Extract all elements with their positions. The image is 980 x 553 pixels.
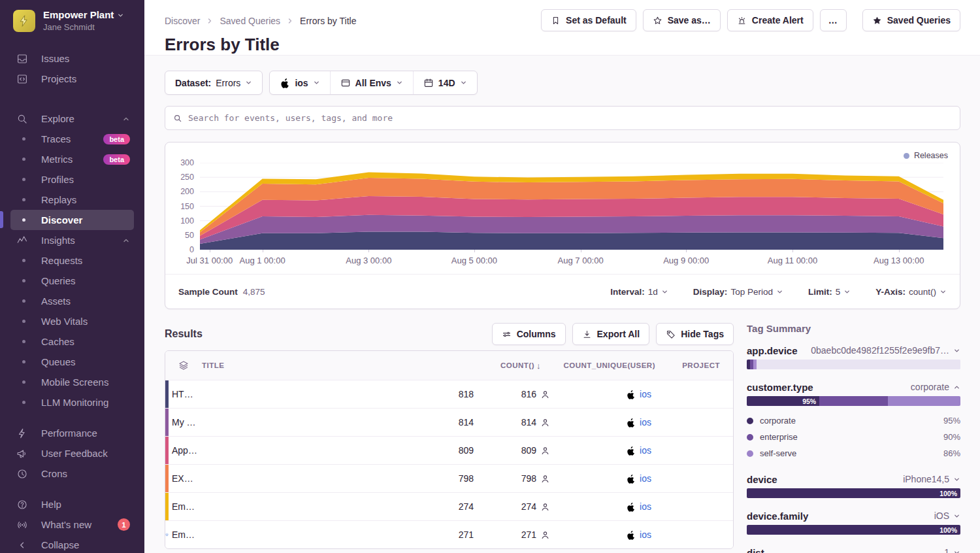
chart-area[interactable]: Releases 050100150200250300 Jul 31 00:00…	[165, 142, 960, 274]
x-tick-mark	[474, 250, 475, 252]
breadcrumb-saved-queries[interactable]: Saved Queries	[220, 16, 280, 26]
tag-distribution-bar[interactable]: 100%	[747, 488, 960, 498]
sidebar-item-label: Metrics	[41, 154, 73, 165]
tag-value: 1	[944, 547, 949, 553]
project-link[interactable]: ios	[640, 529, 651, 540]
error-title-link[interactable]: EmpowerPlant.SampleError: happyCustomer …	[169, 529, 199, 540]
project-link[interactable]: ios	[640, 445, 651, 456]
sidebar-item-metrics[interactable]: Metricsbeta	[10, 149, 134, 169]
tag-legend-item[interactable]: enterprise 90%	[747, 429, 960, 445]
sidebar-item-label: Help	[41, 499, 61, 510]
tag-legend-item[interactable]: self-serve 86%	[747, 445, 960, 461]
org-switcher[interactable]: Empower Plant Jane Schmidt	[0, 0, 144, 39]
org-logo	[13, 10, 35, 32]
columns-button[interactable]: Columns	[492, 323, 566, 345]
sidebar-item-queues[interactable]: Queues	[10, 352, 134, 372]
project-link[interactable]: ios	[640, 501, 651, 512]
stack-icon[interactable]	[178, 360, 189, 371]
sidebar-item-profiles[interactable]: Profiles	[10, 169, 134, 190]
sidebar-item-issues[interactable]: Issues	[10, 48, 134, 69]
more-options-button[interactable]: …	[820, 9, 847, 31]
sample-count-value: 4,875	[243, 287, 265, 297]
tag-distribution-bar[interactable]: 100%	[747, 525, 960, 535]
dataset-selector[interactable]: Dataset: Errors	[165, 71, 262, 94]
interval-selector[interactable]: Interval: 1d	[610, 287, 668, 297]
sidebar-item-user-feedback[interactable]: User Feedback	[10, 443, 134, 463]
sidebar-section-insights[interactable]: Insights	[10, 230, 134, 250]
create-alert-button[interactable]: Create Alert	[727, 9, 813, 31]
sidebar-item-queries[interactable]: Queries	[10, 271, 134, 291]
save-as-button[interactable]: Save as…	[643, 9, 721, 31]
sidebar-item-discover[interactable]: Discover	[10, 210, 134, 230]
sample-count: Sample Count 4,875	[178, 287, 265, 297]
chevron-down-icon	[953, 347, 960, 354]
sidebar-section-explore[interactable]: Explore	[10, 109, 134, 129]
hide-tags-button[interactable]: Hide Tags	[656, 323, 734, 345]
column-header-project[interactable]: PROJECT	[664, 361, 733, 369]
sliders-icon	[502, 329, 512, 339]
sidebar-item-replays[interactable]: Replays	[10, 190, 134, 210]
error-title-link[interactable]: My Custom exeption: User clicked the but…	[169, 417, 199, 427]
column-header-title[interactable]: TITLE	[199, 361, 475, 369]
sidebar-collapse-button[interactable]: Collapse	[10, 535, 134, 553]
tag-key: customer.type	[747, 382, 813, 393]
saved-queries-button[interactable]: Saved Queries	[862, 9, 960, 31]
error-title-link[interactable]: App Hanging: App hanging for at least 20…	[169, 445, 199, 456]
yaxis-selector[interactable]: Y-Axis: count()	[875, 287, 947, 297]
sidebar-item-label: Issues	[41, 53, 69, 64]
sidebar-item-assets[interactable]: Assets	[10, 291, 134, 311]
legend-percent: 95%	[943, 416, 960, 426]
project-filter[interactable]: ios	[270, 71, 329, 94]
error-title-link[interactable]: HTTPClientError: HTTP Client Error with …	[169, 389, 199, 399]
legend-label: Releases	[914, 151, 948, 160]
tag-bar-segment	[757, 360, 960, 369]
tag-distribution-bar[interactable]	[747, 360, 960, 369]
column-header-count-unique[interactable]: COUNT_UNIQUE(USER)	[550, 361, 664, 369]
project-link[interactable]: ios	[640, 389, 651, 399]
tag-bar-segment	[819, 396, 888, 406]
display-selector[interactable]: Display: Top Period	[693, 287, 783, 297]
sidebar-item-mobile-screens[interactable]: Mobile Screens	[10, 372, 134, 392]
chevron-down-icon	[939, 288, 947, 295]
chart-footer: Sample Count 4,875 Interval: 1d Display:…	[165, 274, 960, 309]
error-title-link[interactable]: EXC_BAD_INSTRUCTION: captureFatalError: …	[169, 473, 199, 484]
sidebar-item-traces[interactable]: Tracesbeta	[10, 129, 134, 149]
sidebar-item-caches[interactable]: Caches	[10, 331, 134, 352]
tag-section-app-device: app.device 0baebc0de4982f1255f2e9e9fb7…	[747, 344, 960, 369]
export-all-button[interactable]: Export All	[572, 323, 650, 345]
breadcrumb-discover[interactable]: Discover	[165, 16, 200, 26]
sidebar-item-web-vitals[interactable]: Web Vitals	[10, 311, 134, 331]
tag-legend-item[interactable]: corporate 95%	[747, 412, 960, 429]
tag-section-toggle[interactable]: device iPhone14,5	[747, 473, 960, 485]
error-title-link[interactable]: EmpowerPlant.SampleError: bestDeveloper …	[169, 501, 199, 512]
limit-selector[interactable]: Limit: 5	[808, 287, 851, 297]
sidebar-item-crons[interactable]: Crons	[10, 463, 134, 484]
tag-section-toggle[interactable]: customer.type corporate	[747, 381, 960, 393]
sidebar-item-projects[interactable]: Projects	[10, 69, 134, 89]
series-color-chip	[165, 380, 169, 408]
tag-section-toggle[interactable]: app.device 0baebc0de4982f1255f2e9e9fb7…	[747, 344, 960, 356]
set-as-default-button[interactable]: Set as Default	[541, 9, 636, 31]
date-range-filter[interactable]: 14D	[413, 71, 477, 94]
sidebar-section-label: Explore	[41, 113, 74, 124]
tag-section-toggle[interactable]: dist 1	[747, 546, 960, 553]
alarm-icon	[737, 16, 747, 25]
sidebar-item-whats-new[interactable]: What's new 1	[10, 514, 134, 535]
project-link[interactable]: ios	[640, 473, 651, 484]
sidebar-item-help[interactable]: Help	[10, 494, 134, 514]
page-header: Discover Saved Queries Errors by Title E…	[144, 0, 980, 56]
sidebar-item-requests[interactable]: Requests	[10, 250, 134, 271]
series-color-chip	[165, 493, 169, 520]
button-label: Create Alert	[752, 15, 804, 25]
results-section: Results Columns Export All Hide Tags	[165, 323, 734, 549]
search-input[interactable]	[188, 113, 952, 123]
chart-legend[interactable]: Releases	[904, 151, 948, 160]
project-link[interactable]: ios	[640, 417, 651, 427]
limit-value: 5	[836, 287, 841, 297]
tag-section-toggle[interactable]: device.family iOS	[747, 510, 960, 522]
environment-filter[interactable]: All Envs	[330, 71, 413, 94]
sidebar-item-llm-monitoring[interactable]: LLM Monitoring	[10, 392, 134, 412]
sidebar-item-performance[interactable]: Performance	[10, 423, 134, 443]
tag-distribution-bar[interactable]: 95%	[747, 396, 960, 406]
column-header-count[interactable]: COUNT()↓	[475, 361, 550, 371]
